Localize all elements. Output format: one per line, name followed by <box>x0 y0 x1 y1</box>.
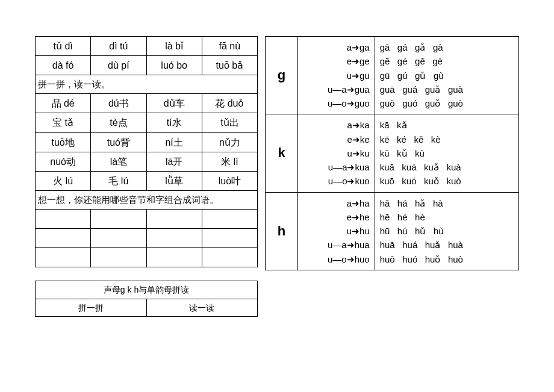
empty-cell <box>202 229 257 248</box>
empty-cell <box>202 209 257 228</box>
cell: lǜ草 <box>146 171 202 190</box>
cell: luó bo <box>146 56 202 75</box>
cell: dì tú <box>91 37 146 56</box>
empty-cell <box>146 248 202 267</box>
tones-g: gā gá gǎ gà gē gé gě gè gū gú gǔ gù guā … <box>375 37 518 114</box>
empty-cell <box>91 229 146 248</box>
cell: lā开 <box>146 152 202 171</box>
cell: tí水 <box>146 113 202 132</box>
cell: 米 lì <box>202 152 257 171</box>
cell: ní土 <box>146 132 202 152</box>
empty-cell <box>36 229 91 248</box>
consonant-g: g <box>266 37 298 114</box>
cell: tuō bǎ <box>202 56 257 75</box>
tones-k: kā kǎ kē ké kě kè kū kǔ kù kuā kuá kuǎ k… <box>375 114 518 192</box>
cell: 品 dé <box>36 94 91 113</box>
cell: nǔ力 <box>202 132 257 152</box>
empty-cell <box>146 229 202 248</box>
consonant-h: h <box>266 192 298 270</box>
cell: là笔 <box>91 152 146 171</box>
consonant-k: k <box>266 114 298 192</box>
empty-cell <box>91 209 146 228</box>
section-label-2: 想一想，你还能用哪些音节和字组合成词语。 <box>36 191 258 210</box>
tones-h: hā há hǎ hà hē hé hè hū hú hǔ hù huā huá… <box>375 192 518 270</box>
empty-cell <box>91 248 146 267</box>
cell: dà fó <box>36 56 91 75</box>
cell: tǔ dì <box>36 37 91 56</box>
cell: 火 lú <box>36 171 91 190</box>
cell: dù pí <box>91 56 146 75</box>
cell: 宝 tǎ <box>36 113 91 132</box>
consonant-combination-table: g a➜gae➜geu➜guu—a➜guau—o➜guo gā gá gǎ gà… <box>265 36 519 270</box>
gkh-intro-table: 声母g k h与单韵母拼读 拼一拼 读一读 <box>35 281 258 317</box>
cell: dǔ车 <box>146 94 202 113</box>
empty-cell <box>146 209 202 228</box>
rules-g: a➜gae➜geu➜guu—a➜guau—o➜guo <box>298 37 375 114</box>
cell: luò叶 <box>202 171 257 190</box>
pinyin-practice-table: tǔ dì dì tú là bǐ fā nù dà fó dù pí luó … <box>35 36 258 267</box>
mini-col1: 拼一拼 <box>36 299 147 316</box>
cell: 毛 lú <box>91 171 146 190</box>
cell: tǔ出 <box>202 113 257 132</box>
section-label-1: 拼一拼，读一读。 <box>36 75 258 94</box>
cell: dú书 <box>91 94 146 113</box>
cell: fā nù <box>202 37 257 56</box>
rules-h: a➜hae➜heu➜huu—a➜huau—o➜huo <box>298 192 375 270</box>
cell: là bǐ <box>146 37 202 56</box>
empty-cell <box>36 248 91 267</box>
rules-k: a➜kae➜keu➜kuu—a➜kuau—o➜kuo <box>298 114 375 192</box>
mini-title: 声母g k h与单韵母拼读 <box>36 281 258 299</box>
cell: tuō地 <box>36 132 91 152</box>
cell: nuó动 <box>36 152 91 171</box>
cell: 花 duǒ <box>202 94 257 113</box>
mini-col2: 读一读 <box>146 299 258 316</box>
cell: tuó背 <box>91 132 146 152</box>
empty-cell <box>202 248 257 267</box>
empty-cell <box>36 209 91 228</box>
cell: tè点 <box>91 113 146 132</box>
